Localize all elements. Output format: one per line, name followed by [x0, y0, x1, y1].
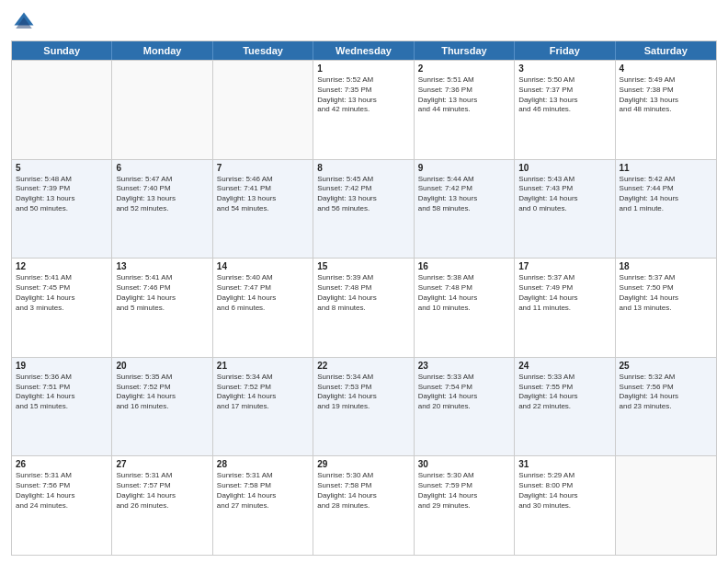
cal-cell-3-0: 19Sunrise: 5:36 AMSunset: 7:51 PMDayligh…: [12, 358, 112, 456]
cell-info: Sunrise: 5:47 AMSunset: 7:40 PMDaylight:…: [116, 175, 208, 214]
day-number: 20: [116, 361, 208, 371]
calendar-row-1: 5Sunrise: 5:48 AMSunset: 7:39 PMDaylight…: [12, 159, 716, 259]
cell-info: Sunrise: 5:30 AMSunset: 7:58 PMDaylight:…: [317, 471, 409, 511]
cell-info: Sunrise: 5:48 AMSunset: 7:39 PMDaylight:…: [16, 175, 108, 214]
header-day-friday: Friday: [515, 41, 615, 60]
cell-info: Sunrise: 5:29 AMSunset: 8:00 PMDaylight:…: [518, 471, 610, 511]
day-number: 19: [16, 361, 108, 371]
day-number: 2: [418, 63, 510, 74]
day-number: 22: [317, 361, 409, 371]
cal-cell-0-0: [12, 61, 112, 159]
day-number: 31: [518, 459, 610, 469]
day-number: 14: [217, 261, 309, 271]
calendar-row-0: 1Sunrise: 5:52 AMSunset: 7:35 PMDaylight…: [12, 60, 716, 159]
cal-cell-1-3: 8Sunrise: 5:45 AMSunset: 7:42 PMDaylight…: [313, 160, 414, 259]
header-day-thursday: Thursday: [415, 41, 515, 60]
day-number: 1: [317, 63, 409, 74]
day-number: 6: [116, 163, 208, 173]
day-number: 27: [116, 459, 208, 469]
cal-cell-1-0: 5Sunrise: 5:48 AMSunset: 7:39 PMDaylight…: [12, 160, 112, 259]
cal-cell-0-1: [112, 61, 212, 159]
cal-cell-0-2: [213, 61, 313, 159]
cell-info: Sunrise: 5:31 AMSunset: 7:56 PMDaylight:…: [16, 471, 108, 511]
cell-info: Sunrise: 5:46 AMSunset: 7:41 PMDaylight:…: [217, 175, 309, 214]
cal-cell-3-3: 22Sunrise: 5:34 AMSunset: 7:53 PMDayligh…: [313, 358, 414, 456]
day-number: 29: [317, 459, 409, 469]
cell-info: Sunrise: 5:33 AMSunset: 7:55 PMDaylight:…: [518, 373, 610, 412]
cell-info: Sunrise: 5:51 AMSunset: 7:36 PMDaylight:…: [418, 75, 510, 115]
cal-cell-2-5: 17Sunrise: 5:37 AMSunset: 7:49 PMDayligh…: [515, 259, 615, 357]
cell-info: Sunrise: 5:49 AMSunset: 7:38 PMDaylight:…: [620, 75, 712, 115]
cal-cell-3-2: 21Sunrise: 5:34 AMSunset: 7:52 PMDayligh…: [213, 358, 313, 456]
day-number: 4: [620, 63, 712, 74]
day-number: 18: [620, 261, 712, 271]
cell-info: Sunrise: 5:41 AMSunset: 7:45 PMDaylight:…: [16, 273, 108, 313]
cell-info: Sunrise: 5:31 AMSunset: 7:58 PMDaylight:…: [217, 471, 309, 511]
day-number: 17: [518, 261, 610, 271]
cal-cell-1-5: 10Sunrise: 5:43 AMSunset: 7:43 PMDayligh…: [515, 160, 615, 259]
cal-cell-1-6: 11Sunrise: 5:42 AMSunset: 7:44 PMDayligh…: [616, 160, 716, 259]
cal-cell-2-1: 13Sunrise: 5:41 AMSunset: 7:46 PMDayligh…: [112, 259, 212, 357]
header-day-tuesday: Tuesday: [213, 41, 313, 60]
cal-cell-4-1: 27Sunrise: 5:31 AMSunset: 7:57 PMDayligh…: [112, 456, 212, 555]
cell-info: Sunrise: 5:36 AMSunset: 7:51 PMDaylight:…: [16, 373, 108, 412]
day-number: 25: [620, 361, 712, 371]
calendar-body: 1Sunrise: 5:52 AMSunset: 7:35 PMDaylight…: [12, 60, 716, 555]
day-number: 26: [16, 459, 108, 469]
header-day-saturday: Saturday: [616, 41, 716, 60]
cell-info: Sunrise: 5:30 AMSunset: 7:59 PMDaylight:…: [418, 471, 510, 511]
calendar-row-3: 19Sunrise: 5:36 AMSunset: 7:51 PMDayligh…: [12, 357, 716, 456]
cell-info: Sunrise: 5:39 AMSunset: 7:48 PMDaylight:…: [317, 273, 409, 313]
day-number: 8: [317, 163, 409, 173]
header-day-sunday: Sunday: [12, 41, 112, 60]
cal-cell-0-4: 2Sunrise: 5:51 AMSunset: 7:36 PMDaylight…: [415, 61, 515, 159]
cell-info: Sunrise: 5:43 AMSunset: 7:43 PMDaylight:…: [518, 175, 610, 214]
cal-cell-2-3: 15Sunrise: 5:39 AMSunset: 7:48 PMDayligh…: [313, 259, 414, 357]
cal-cell-1-4: 9Sunrise: 5:44 AMSunset: 7:42 PMDaylight…: [415, 160, 515, 259]
day-number: 5: [16, 163, 108, 173]
cell-info: Sunrise: 5:34 AMSunset: 7:52 PMDaylight:…: [217, 373, 309, 412]
cal-cell-2-4: 16Sunrise: 5:38 AMSunset: 7:48 PMDayligh…: [415, 259, 515, 357]
calendar-row-4: 26Sunrise: 5:31 AMSunset: 7:56 PMDayligh…: [12, 455, 716, 555]
header: [11, 9, 717, 35]
cell-info: Sunrise: 5:41 AMSunset: 7:46 PMDaylight:…: [116, 273, 208, 313]
cal-cell-4-3: 29Sunrise: 5:30 AMSunset: 7:58 PMDayligh…: [313, 456, 414, 555]
cal-cell-3-6: 25Sunrise: 5:32 AMSunset: 7:56 PMDayligh…: [616, 358, 716, 456]
cell-info: Sunrise: 5:34 AMSunset: 7:53 PMDaylight:…: [317, 373, 409, 412]
cal-cell-1-2: 7Sunrise: 5:46 AMSunset: 7:41 PMDaylight…: [213, 160, 313, 259]
cell-info: Sunrise: 5:44 AMSunset: 7:42 PMDaylight:…: [418, 175, 510, 214]
cal-cell-3-4: 23Sunrise: 5:33 AMSunset: 7:54 PMDayligh…: [415, 358, 515, 456]
calendar-row-2: 12Sunrise: 5:41 AMSunset: 7:45 PMDayligh…: [12, 258, 716, 357]
day-number: 16: [418, 261, 510, 271]
cell-info: Sunrise: 5:45 AMSunset: 7:42 PMDaylight:…: [317, 175, 409, 214]
cal-cell-1-1: 6Sunrise: 5:47 AMSunset: 7:40 PMDaylight…: [112, 160, 212, 259]
calendar-header: SundayMondayTuesdayWednesdayThursdayFrid…: [12, 41, 716, 60]
cell-info: Sunrise: 5:50 AMSunset: 7:37 PMDaylight:…: [518, 75, 610, 115]
day-number: 30: [418, 459, 510, 469]
cell-info: Sunrise: 5:31 AMSunset: 7:57 PMDaylight:…: [116, 471, 208, 511]
cal-cell-4-0: 26Sunrise: 5:31 AMSunset: 7:56 PMDayligh…: [12, 456, 112, 555]
cell-info: Sunrise: 5:32 AMSunset: 7:56 PMDaylight:…: [620, 373, 712, 412]
cell-info: Sunrise: 5:42 AMSunset: 7:44 PMDaylight:…: [620, 175, 712, 214]
cell-info: Sunrise: 5:40 AMSunset: 7:47 PMDaylight:…: [217, 273, 309, 313]
cell-info: Sunrise: 5:33 AMSunset: 7:54 PMDaylight:…: [418, 373, 510, 412]
cell-info: Sunrise: 5:52 AMSunset: 7:35 PMDaylight:…: [317, 75, 409, 115]
cell-info: Sunrise: 5:38 AMSunset: 7:48 PMDaylight:…: [418, 273, 510, 313]
calendar: SundayMondayTuesdayWednesdayThursdayFrid…: [11, 40, 717, 556]
day-number: 21: [217, 361, 309, 371]
day-number: 3: [518, 63, 610, 74]
logo-icon: [11, 9, 37, 35]
cal-cell-0-3: 1Sunrise: 5:52 AMSunset: 7:35 PMDaylight…: [313, 61, 414, 159]
day-number: 15: [317, 261, 409, 271]
day-number: 24: [518, 361, 610, 371]
cal-cell-3-1: 20Sunrise: 5:35 AMSunset: 7:52 PMDayligh…: [112, 358, 212, 456]
day-number: 28: [217, 459, 309, 469]
day-number: 23: [418, 361, 510, 371]
cal-cell-4-6: [616, 456, 716, 555]
cal-cell-0-5: 3Sunrise: 5:50 AMSunset: 7:37 PMDaylight…: [515, 61, 615, 159]
cell-info: Sunrise: 5:35 AMSunset: 7:52 PMDaylight:…: [116, 373, 208, 412]
cell-info: Sunrise: 5:37 AMSunset: 7:50 PMDaylight:…: [620, 273, 712, 313]
cal-cell-2-0: 12Sunrise: 5:41 AMSunset: 7:45 PMDayligh…: [12, 259, 112, 357]
header-day-monday: Monday: [112, 41, 212, 60]
header-day-wednesday: Wednesday: [313, 41, 414, 60]
